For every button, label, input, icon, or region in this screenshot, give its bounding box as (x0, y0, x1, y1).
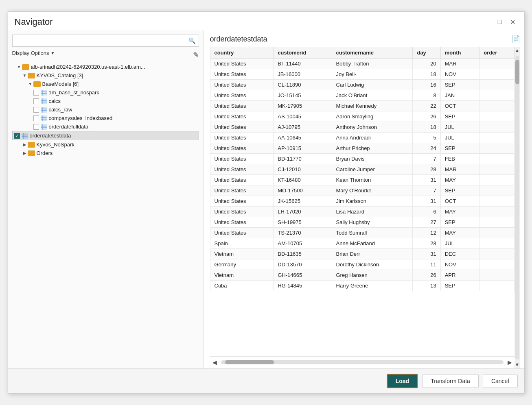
tree-item-label: companysales_indexbased (49, 115, 113, 121)
main-content: 🔍 Display Options ▼ ✎ ▼ alb-srinadh20242… (8, 30, 524, 368)
svg-rect-0 (41, 90, 47, 96)
tree-item-catalog[interactable]: ▼ KYVOS_Catalog [3] (12, 71, 199, 80)
table-row: United StatesAS-10045Aaron Smayling26SEP (210, 111, 514, 122)
cell-day: 16 (413, 80, 440, 90)
scroll-left-icon[interactable]: ◀ (210, 358, 219, 366)
cell-month: MAR (440, 164, 479, 175)
h-scroll-track (221, 360, 504, 364)
cell-day: 8 (413, 90, 440, 101)
cell-customerid: SH-19975 (274, 217, 332, 228)
cell-order (479, 111, 514, 122)
tree-item-basemodels[interactable]: ▼ BaseModels [6] (12, 80, 199, 88)
tree-item-root1[interactable]: ▼ alb-srinadh20242-624920320.us-east-1.e… (12, 63, 199, 71)
h-scroll-thumb[interactable] (225, 360, 274, 364)
table-scroll[interactable]: country customerid customername day mont… (210, 47, 520, 356)
cell-customername: Brian Derr (332, 249, 413, 259)
checkbox-orderdatefulldata[interactable] (33, 124, 39, 130)
tree-item-nospark[interactable]: ▶ Kyvos_NoSpark (12, 140, 199, 149)
cell-day: 12 (413, 228, 440, 238)
cell-country: United States (210, 228, 274, 238)
tree-item-orderdatefulldata[interactable]: orderdatefulldata (12, 122, 199, 131)
cell-customername: Aaron Smayling (332, 111, 413, 122)
checkbox-orderdatetestdata[interactable] (14, 133, 20, 139)
tree-item-calcs[interactable]: calcs (12, 97, 199, 105)
tree-item-orderdatetestdata[interactable]: orderdatetestdata (12, 131, 199, 140)
cell-month: DEC (440, 249, 479, 259)
cell-month: JUL (440, 133, 479, 143)
cell-day: 26 (413, 270, 440, 281)
cell-customername: Jack O'Briant (332, 90, 413, 101)
cell-order (479, 238, 514, 249)
cell-month: SEP (440, 217, 479, 228)
cell-customername: Jim Karlsson (332, 196, 413, 207)
cell-country: United States (210, 101, 274, 111)
load-button[interactable]: Load (387, 374, 418, 388)
tree-item-orders[interactable]: ▶ Orders (12, 149, 199, 157)
close-button[interactable]: ✕ (508, 17, 518, 27)
tree-item-1m-base[interactable]: 1m_base_sf_nospark (12, 88, 199, 97)
edit-icon[interactable]: ✎ (193, 50, 199, 59)
checkbox-calcs-raw[interactable] (33, 107, 39, 113)
cell-order (479, 122, 514, 133)
table-outer: country customerid customername day mont… (210, 47, 520, 368)
cell-country: Germany (210, 259, 274, 270)
checkbox-companysales[interactable] (33, 115, 39, 121)
cell-day: 31 (413, 196, 440, 207)
table-row: United StatesMK-17905Michael Kennedy22OC… (210, 101, 514, 111)
cell-country: United States (210, 122, 274, 133)
col-country: country (210, 47, 274, 59)
cell-customername: Joy Bell- (332, 69, 413, 80)
chevron-icon: ▼ (22, 73, 28, 78)
cell-month: JUL (440, 238, 479, 249)
table-icon (41, 98, 47, 104)
scroll-down-icon[interactable]: ▼ (514, 361, 520, 368)
svg-rect-20 (22, 133, 28, 139)
cell-day: 13 (413, 281, 440, 291)
tree-item-label: orderdatefulldata (49, 124, 89, 130)
cell-country: United States (210, 164, 274, 175)
cell-order (479, 207, 514, 217)
refresh-icon[interactable]: 📄 (511, 35, 520, 44)
cell-country: United States (210, 59, 274, 69)
cell-customerid: BD-11770 (274, 154, 332, 164)
scroll-thumb[interactable] (515, 60, 519, 84)
scroll-up-icon[interactable]: ▲ (514, 47, 520, 54)
cell-month: APR (440, 270, 479, 281)
vertical-scrollbar[interactable]: ▲ ▼ (514, 47, 520, 368)
horizontal-scrollbar[interactable]: ◀ ▶ (210, 356, 520, 368)
tree-item-label: Orders (37, 150, 53, 156)
cell-month: SEP (440, 143, 479, 154)
right-panel-header: orderdatetestdata 📄 (210, 35, 520, 44)
transform-data-button[interactable]: Transform Data (422, 374, 479, 388)
folder-icon (28, 142, 35, 148)
cell-order (479, 133, 514, 143)
search-input[interactable] (13, 35, 185, 46)
cell-customername: Caroline Jumper (332, 164, 413, 175)
cancel-button[interactable]: Cancel (483, 374, 518, 388)
cell-customerid: BD-11635 (274, 249, 332, 259)
display-options-button[interactable]: Display Options ▼ (12, 50, 55, 56)
cell-month: SEP (440, 185, 479, 196)
col-customername: customername (332, 47, 413, 59)
table-row: VietnamGH-14665Greg Hansen26APR (210, 270, 514, 281)
cell-order (479, 80, 514, 90)
scroll-right-icon[interactable]: ▶ (505, 358, 514, 366)
tree-item-companysales[interactable]: companysales_indexbased (12, 114, 199, 122)
cell-month: NOV (440, 259, 479, 270)
table-row: United StatesTS-21370Todd Sumrall12MAY (210, 228, 514, 238)
checkbox-calcs[interactable] (33, 98, 39, 104)
table-row: United StatesAJ-10795Anthony Johnson18JU… (210, 122, 514, 133)
tree-item-calcs-raw[interactable]: calcs_raw (12, 105, 199, 114)
cell-order (479, 259, 514, 270)
cell-day: 31 (413, 175, 440, 185)
cell-country: United States (210, 111, 274, 122)
tree-item-label: calcs (49, 98, 61, 104)
cell-customername: Sally Hughsby (332, 217, 413, 228)
cell-country: Vietnam (210, 249, 274, 259)
cell-customername: Mary O'Rourke (332, 185, 413, 196)
cell-month: FEB (440, 154, 479, 164)
cell-day: 20 (413, 59, 440, 69)
checkbox-1m-base[interactable] (33, 90, 39, 96)
maximize-button[interactable]: □ (495, 17, 504, 27)
col-customerid: customerid (274, 47, 332, 59)
